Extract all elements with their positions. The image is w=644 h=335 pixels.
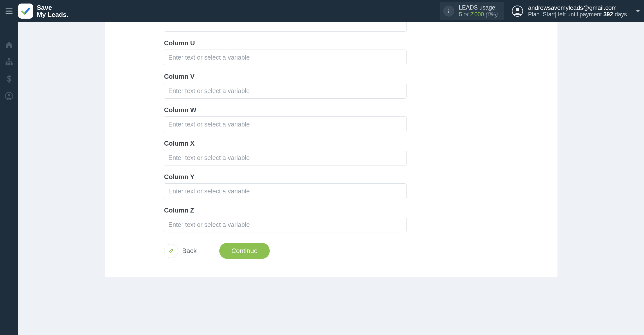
user-icon [5, 92, 13, 100]
account-menu-toggle[interactable] [632, 0, 644, 22]
svg-rect-8 [6, 63, 8, 65]
column-u-input[interactable] [164, 50, 407, 65]
plan-days-word: days [615, 11, 627, 18]
account-menu[interactable]: andrewsavemyleads@gmail.com Plan |Start|… [511, 4, 627, 18]
svg-rect-0 [6, 9, 13, 10]
field-group-column-w: Column W [164, 106, 498, 132]
svg-rect-9 [8, 63, 10, 65]
account-plan-line: Plan |Start| left until payment 392 days [528, 11, 627, 18]
logo-tile [18, 4, 33, 19]
plan-days-count: 392 [603, 11, 613, 18]
column-x-input[interactable] [164, 150, 407, 165]
column-y-input[interactable] [164, 183, 407, 199]
account-text: andrewsavemyleads@gmail.com Plan |Start|… [528, 4, 627, 18]
sidebar-item-home[interactable] [0, 36, 18, 53]
info-icon-circle [443, 6, 454, 17]
field-label: Column U [164, 39, 498, 47]
back-button[interactable]: Back [164, 244, 197, 258]
field-label: Column V [164, 73, 498, 80]
svg-rect-10 [11, 63, 13, 65]
column-t-field[interactable] [164, 22, 407, 32]
account-email: andrewsavemyleads@gmail.com [528, 4, 627, 11]
back-icon-circle [164, 244, 178, 258]
avatar [511, 5, 524, 17]
svg-rect-1 [6, 11, 13, 12]
dollar-icon [5, 75, 13, 83]
svg-point-6 [516, 8, 519, 11]
field-group-column-z: Column Z [164, 206, 498, 232]
usage-pct: (0%) [486, 11, 498, 18]
sidebar [0, 22, 18, 335]
usage-used: 5 [459, 11, 462, 18]
brand-logo[interactable]: Save My Leads. [18, 4, 68, 19]
brand-line2: My Leads. [37, 11, 68, 18]
usage-label: LEADS usage: [459, 4, 498, 11]
usage-of: of [464, 11, 468, 18]
checkmark-logo-icon [21, 6, 31, 16]
main-content: Column U Column V Column W Column X Colu… [18, 22, 644, 335]
svg-rect-4 [448, 11, 449, 13]
hamburger-menu-button[interactable] [0, 0, 18, 22]
svg-point-3 [448, 9, 449, 10]
plan-prefix: Plan |Start| left until payment [528, 11, 602, 18]
sidebar-item-billing[interactable] [0, 70, 18, 88]
svg-rect-7 [8, 58, 10, 60]
field-label: Column W [164, 106, 498, 114]
topbar: Save My Leads. LEADS usage: 5 of 2'000 (… [0, 0, 644, 22]
user-avatar-icon [512, 6, 523, 17]
chevron-down-icon [635, 8, 641, 14]
usage-pill[interactable]: LEADS usage: 5 of 2'000 (0%) [440, 2, 504, 20]
usage-values: 5 of 2'000 (0%) [459, 11, 498, 18]
sidebar-item-connections[interactable] [0, 53, 18, 70]
home-icon [5, 41, 13, 49]
field-label: Column Z [164, 206, 498, 214]
info-icon [446, 9, 451, 14]
svg-point-12 [8, 94, 10, 96]
hamburger-icon [6, 8, 13, 14]
usage-text: LEADS usage: 5 of 2'000 (0%) [459, 4, 498, 18]
pencil-icon [168, 248, 174, 254]
column-v-input[interactable] [164, 83, 407, 99]
column-z-input[interactable] [164, 217, 407, 232]
form-card: Column U Column V Column W Column X Colu… [105, 22, 557, 277]
column-w-input[interactable] [164, 116, 407, 132]
usage-limit: 2'000 [470, 11, 484, 18]
sitemap-icon [5, 58, 13, 66]
continue-button[interactable]: Continue [219, 243, 270, 259]
field-group-column-x: Column X [164, 140, 498, 165]
back-label: Back [182, 247, 197, 255]
field-label: Column Y [164, 173, 498, 181]
form-area: Column U Column V Column W Column X Colu… [105, 22, 557, 259]
brand-line1: Save [37, 4, 68, 11]
field-group-column-u: Column U [164, 39, 498, 65]
field-group-column-y: Column Y [164, 173, 498, 199]
actions-row: Back Continue [164, 243, 498, 259]
sidebar-item-account[interactable] [0, 88, 18, 105]
brand-text: Save My Leads. [37, 4, 68, 18]
field-label: Column X [164, 140, 498, 147]
svg-rect-2 [6, 13, 13, 14]
field-group-column-v: Column V [164, 73, 498, 99]
